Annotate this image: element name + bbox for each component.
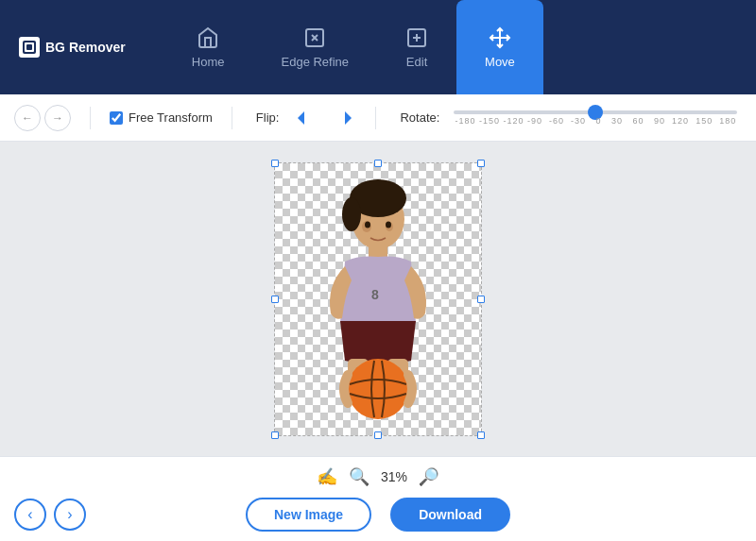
navigation-arrows: ‹ › [14, 499, 86, 531]
logo-icon [19, 37, 40, 58]
bottom-section: ✍ 🔍 31% 🔍 ‹ › New Image Download [0, 456, 756, 541]
divider-1 [90, 107, 91, 129]
tab-edit-label: Edit [406, 55, 427, 69]
free-transform-checkbox[interactable] [110, 111, 123, 125]
rotate-label: Rotate: [400, 110, 439, 125]
undo-button[interactable]: ← [14, 105, 41, 131]
free-transform-label: Free Transform [129, 110, 213, 125]
svg-point-13 [342, 197, 361, 231]
svg-rect-2 [26, 44, 32, 50]
rotate-slider[interactable] [454, 110, 737, 114]
flip-vertical-button[interactable] [332, 109, 356, 127]
free-transform-group: Free Transform [110, 110, 213, 125]
tab-edge-refine-label: Edge Refine [282, 55, 350, 69]
svg-marker-10 [345, 111, 352, 125]
tab-home[interactable]: Home [163, 0, 253, 94]
handle-middle-right[interactable] [477, 296, 485, 303]
app-header: BG Remover Home Edge Refine Edit [0, 0, 756, 94]
divider-3 [375, 107, 376, 129]
svg-marker-9 [298, 111, 304, 125]
app-logo: BG Remover [9, 37, 135, 58]
toolbar: ← → Free Transform Flip: Rotate: -180 -1… [0, 94, 756, 142]
history-controls: ← → [14, 105, 71, 131]
flip-horizontal-button[interactable] [293, 109, 318, 127]
new-image-button[interactable]: New Image [246, 498, 371, 532]
person-image: 8 [275, 163, 481, 435]
nav-tabs: Home Edge Refine Edit Move [163, 0, 543, 94]
divider-2 [232, 107, 232, 129]
svg-point-23 [365, 221, 370, 228]
zoom-out-icon[interactable]: 🔍 [349, 466, 369, 487]
main-content: ← → Free Transform Flip: Rotate: -180 -1… [0, 94, 756, 541]
handle-top-left[interactable] [271, 160, 279, 167]
tab-home-label: Home [192, 55, 225, 69]
handle-top-middle[interactable] [374, 160, 382, 167]
zoom-in-icon[interactable]: 🔍 [419, 466, 439, 487]
flip-label: Flip: [256, 110, 280, 125]
handle-bottom-middle[interactable] [374, 431, 382, 439]
tab-edit[interactable]: Edit [377, 0, 456, 94]
zoom-controls: ✍ 🔍 31% 🔍 [317, 466, 439, 487]
svg-point-20 [348, 359, 408, 419]
redo-button[interactable]: → [44, 105, 71, 131]
handle-top-right[interactable] [477, 160, 485, 167]
image-canvas[interactable]: 8 [274, 162, 482, 436]
app-title: BG Remover [45, 40, 126, 55]
tab-move[interactable]: Move [456, 0, 543, 94]
svg-text:8: 8 [371, 287, 379, 302]
action-buttons: New Image Download [246, 498, 510, 532]
back-arrow-button[interactable]: ‹ [14, 499, 46, 531]
handle-bottom-right[interactable] [477, 431, 485, 439]
rotate-slider-container: -180 -150 -120 -90 -60 -30 0 30 60 90 12… [454, 110, 737, 126]
pan-icon[interactable]: ✍ [317, 466, 337, 487]
svg-point-24 [386, 221, 391, 228]
handle-middle-left[interactable] [271, 296, 279, 303]
canvas-wrapper: 8 [0, 142, 756, 456]
rotate-scale: -180 -150 -120 -90 -60 -30 0 30 60 90 12… [455, 116, 737, 126]
handle-bottom-left[interactable] [271, 431, 279, 439]
zoom-value: 31% [381, 469, 407, 484]
tab-move-label: Move [485, 55, 515, 69]
download-button[interactable]: Download [390, 498, 510, 532]
forward-arrow-button[interactable]: › [54, 499, 86, 531]
tab-edge-refine[interactable]: Edge Refine [253, 0, 378, 94]
